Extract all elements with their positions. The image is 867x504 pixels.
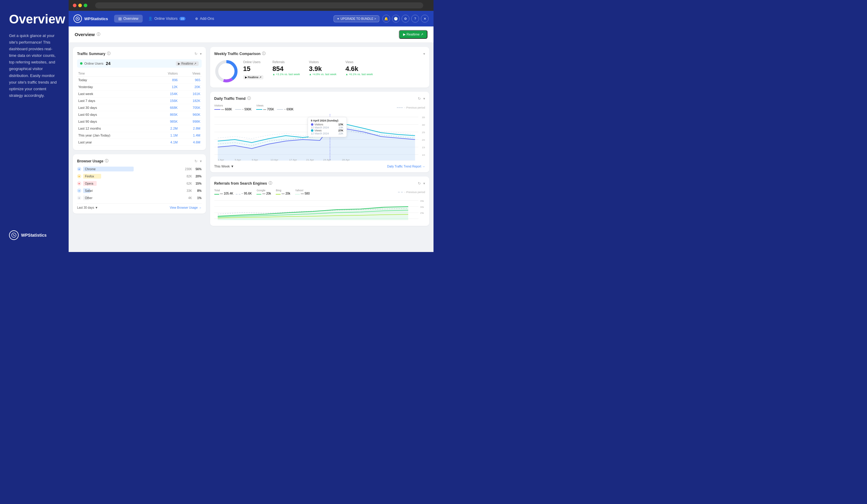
browser-icon: ● xyxy=(77,174,81,178)
weekly-donut xyxy=(214,59,238,83)
browser-info-icon: ⓘ xyxy=(105,158,108,164)
online-label: Online Users xyxy=(84,62,104,65)
referrals-collapse-icon[interactable]: ▾ xyxy=(423,181,425,186)
traffic-visitors: 12K xyxy=(152,84,179,90)
browser-footer: Last 30 days ▼ View Browser Usage → xyxy=(77,203,202,209)
app-logo-icon xyxy=(74,14,82,23)
metric-views: Views 4.6k ▲ +6.1% vs. last week xyxy=(345,61,373,79)
header-icons: 🔔 🕐 ⚙ ? ✕ xyxy=(382,15,429,23)
upgrade-button[interactable]: ✦ UPGRADE TO BUNDLE > xyxy=(334,15,379,22)
svg-text:13 Apr: 13 Apr xyxy=(270,158,278,161)
referrals-header: Referrals from Search Engines ⓘ ↻ ▾ xyxy=(214,181,425,186)
weekly-metrics: Online Users 15 ▶ Realtime ↗ Referrals 8… xyxy=(243,59,425,79)
view-browser-usage-link[interactable]: View Browser Usage → xyxy=(170,206,201,209)
notification-icon[interactable]: 🔔 xyxy=(382,15,390,23)
referrals-actions: ↻ ▾ xyxy=(418,181,425,186)
svg-text:17 Apr: 17 Apr xyxy=(289,158,297,161)
browser-name: Chrome xyxy=(85,167,96,171)
logo-text: WPStatistics xyxy=(21,233,47,238)
window-close-dot[interactable] xyxy=(73,3,76,7)
browser-count: 82K xyxy=(181,175,192,178)
svg-text:35k: 35k xyxy=(420,200,424,202)
browser-count: 4K xyxy=(181,196,192,200)
page-content: Overview ⓘ ▶ Realtime ↗ Traffic Summary … xyxy=(69,26,434,252)
svg-text:25k: 25k xyxy=(422,131,425,134)
svg-text:25k: 25k xyxy=(420,212,424,214)
browser-row: ● Safari 33K 8% xyxy=(77,188,202,193)
tooltip-date: 9 April 2024 (Sunday) xyxy=(311,119,343,122)
referrals-refresh-icon[interactable]: ↻ xyxy=(418,181,421,186)
help-icon[interactable]: ? xyxy=(411,15,419,23)
svg-text:30k: 30k xyxy=(422,124,425,126)
trend-collapse-icon[interactable]: ▾ xyxy=(423,97,425,101)
nav-tab-overview[interactable]: ▤ Overview xyxy=(114,15,143,23)
tooltip-visitors-prev: 12 March 2024 13K xyxy=(311,126,343,129)
total-line xyxy=(214,194,219,195)
bing-line xyxy=(276,194,281,195)
online-users-left: Online Users 24 xyxy=(80,61,110,66)
prev-period-legend: ·· Previous period xyxy=(397,104,425,111)
overview-icon: ▤ xyxy=(118,17,122,21)
weekly-actions: ▾ xyxy=(423,52,425,56)
logo-icon xyxy=(9,230,19,240)
nav-tab-online-visitors[interactable]: 👤 Online Visitors 15 xyxy=(144,15,190,23)
collapse-icon[interactable]: ▾ xyxy=(200,52,202,56)
realtime-small[interactable]: ▶ Realtime ↗ xyxy=(176,61,199,66)
browser-row: ● Opera 62K 15% xyxy=(77,181,202,186)
page-header: Overview ⓘ ▶ Realtime ↗ xyxy=(69,26,434,43)
svg-text:21 Apr: 21 Apr xyxy=(306,158,314,161)
browser-pct: 8% xyxy=(194,189,202,193)
online-users-bar: Online Users 24 ▶ Realtime ↗ xyxy=(77,59,202,68)
traffic-visitors: 4.1M xyxy=(152,139,179,146)
views-col-header: Views xyxy=(179,71,201,77)
table-row: This year (Jan-Today) 1.1M 1.4M xyxy=(77,132,202,139)
page-title: Overview xyxy=(75,32,95,37)
nav-tab-addons[interactable]: ⊕ Add-Ons xyxy=(191,15,218,23)
browser-actions: ↻ ▾ xyxy=(194,159,202,163)
total-prev-line xyxy=(236,194,240,195)
browser-name: Firefox xyxy=(85,175,94,178)
window-maximize-dot[interactable] xyxy=(84,3,87,7)
trend-refresh-icon[interactable]: ↻ xyxy=(418,97,421,101)
browser-pct: 56% xyxy=(194,167,202,171)
period-selector[interactable]: Last 30 days ▼ xyxy=(77,206,98,209)
ref-google: Google — 20k xyxy=(257,189,271,195)
traffic-views: 20K xyxy=(179,84,201,90)
svg-text:15k: 15k xyxy=(422,146,425,149)
views-line-indicator xyxy=(256,109,262,110)
window-minimize-dot[interactable] xyxy=(78,3,82,7)
realtime-mini[interactable]: ▶ Realtime ↗ xyxy=(243,75,264,79)
visitors-label: Online Visitors xyxy=(154,17,178,21)
table-row: Last week 154K 161K xyxy=(77,90,202,97)
svg-text:10k: 10k xyxy=(422,154,425,156)
weekly-traffic-title: Weekly Traffic Comparison ⓘ xyxy=(214,51,266,56)
browser-pct: 1% xyxy=(194,196,202,200)
trend-report-link[interactable]: Daily Traffic Trend Report → xyxy=(387,165,425,168)
table-row: Last 30 days 668K 705K xyxy=(77,105,202,111)
ref-total: Total — 105.4K ·· 95.6K xyxy=(214,189,252,195)
svg-text:20k: 20k xyxy=(422,139,425,141)
tooltip-views-current: Views 27K xyxy=(311,129,343,132)
traffic-visitors: 156K xyxy=(152,97,179,105)
addons-icon: ⊕ xyxy=(195,17,198,21)
browser-name: Safari xyxy=(85,189,93,193)
weekly-collapse-icon[interactable]: ▾ xyxy=(423,52,425,56)
overview-label: Overview xyxy=(124,17,138,21)
settings-icon[interactable]: ⚙ xyxy=(402,15,409,23)
this-week-selector[interactable]: This Week ▼ xyxy=(214,164,234,168)
trend-info-icon: ⓘ xyxy=(247,96,251,101)
metric-online-users: Online Users 15 ▶ Realtime ↗ xyxy=(243,61,264,79)
left-logo: WPStatistics xyxy=(9,230,60,240)
realtime-button[interactable]: ▶ Realtime ↗ xyxy=(399,30,427,39)
visitors-badge: 15 xyxy=(180,17,185,20)
browser-count: 33K xyxy=(181,189,192,193)
browser-bar-container: Chrome xyxy=(83,167,179,172)
page-title-area: Overview ⓘ xyxy=(75,32,100,37)
svg-text:5 Apr: 5 Apr xyxy=(235,158,241,161)
refresh-icon[interactable]: ↻ xyxy=(194,52,197,56)
daily-trend-card: Daily Traffic Trend ⓘ ↻ ▾ Visitors xyxy=(210,92,430,172)
browser-collapse-icon[interactable]: ▾ xyxy=(200,159,202,163)
close-icon[interactable]: ✕ xyxy=(421,15,429,23)
browser-refresh-icon[interactable]: ↻ xyxy=(194,159,197,163)
clock-icon[interactable]: 🕐 xyxy=(392,15,400,23)
